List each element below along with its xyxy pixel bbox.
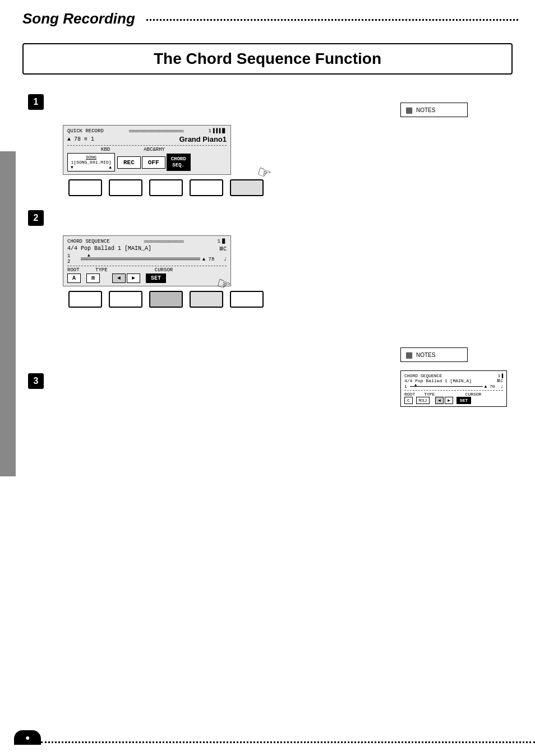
notes-box-1: ▦ NOTES [400, 103, 468, 117]
ss-style-row: 4/4 Pop Ballad 1 [MAIN_A] ⅢC [404, 378, 503, 383]
section-title-box: The Chord Sequence Function [22, 43, 513, 75]
step-1-section: 1 QUICK RECORD ≋≋≋≋≋≋≋≋≋≋≋≋≋≋≋≋≋≋≋≋≋≋ 1▐… [28, 91, 513, 196]
cs-root-val-btn[interactable]: A [67, 273, 81, 283]
ss-measure: ⅢC [497, 378, 503, 383]
cs-cursor-left-btn[interactable]: ◄ [112, 273, 126, 283]
ss-timeline-row: 1 ▲ ▲ 70 ♩ [404, 384, 503, 389]
cs-cursor-right-btn[interactable]: ► [127, 273, 140, 283]
main-content: 1 QUICK RECORD ≋≋≋≋≋≋≋≋≋≋≋≋≋≋≋≋≋≋≋≋≋≋ 1▐… [0, 86, 535, 432]
left-sidebar-decoration [0, 151, 16, 476]
step-1-main: QUICK RECORD ≋≋≋≋≋≋≋≋≋≋≋≋≋≋≋≋≋≋≋≋≋≋ 1▐▐▐… [63, 91, 382, 196]
qr-abc-label: ABC&RHY [144, 147, 165, 152]
step-1-number-container: 1 [28, 94, 56, 114]
qr-header-row: QUICK RECORD ≋≋≋≋≋≋≋≋≋≋≋≋≋≋≋≋≋≋≋≋≋≋ 1▐▐▐… [67, 128, 227, 134]
cs-type-val-btn[interactable]: m [86, 273, 100, 283]
notes-box-2: ▦ NOTES [400, 347, 468, 362]
step2-func-btn-1[interactable] [68, 291, 102, 308]
hand-cursor-icon: ☞ [254, 162, 274, 184]
cs-btn-labels: ROOT TYPE CURSOR [67, 267, 227, 273]
page-header: Song Recording [0, 0, 535, 33]
cs-measure-indicator: ⅢC [219, 245, 227, 252]
step-2-notes: ▦ NOTES [400, 347, 513, 362]
func-btn-5-active[interactable]: ☞ [230, 179, 264, 196]
chord-sequence-screen: CHORD SEQUENCE ≋≋≋≋≋≋≋≋≋≋≋≋≋≋≋≋ 1▐▌ 4/4 … [63, 235, 231, 286]
step-1-func-buttons: ☞ [68, 179, 382, 196]
func-btn-2[interactable] [109, 179, 142, 196]
step-1-screen-area: QUICK RECORD ≋≋≋≋≋≋≋≋≋≋≋≋≋≋≋≋≋≋≋≋≋≋ 1▐▐▐… [63, 125, 382, 196]
qr-labels-row: KBD ABC&RHY [101, 147, 227, 152]
ss-set-btn: SET [456, 397, 471, 404]
qr-song-label: SONG [71, 155, 112, 160]
cs-set-spacer [204, 267, 227, 273]
step-2-screen-area: CHORD SEQUENCE ≋≋≋≋≋≋≋≋≋≋≋≋≋≋≋≋ 1▐▌ 4/4 … [63, 235, 382, 308]
step-2-section: 2 CHORD SEQUENCE ≋≋≋≋≋≋≋≋≋≋≋≋≋≋≋≋ 1▐▌ 4/… [28, 207, 513, 362]
ss-cursor-right: ► [445, 397, 453, 404]
notes-icon-2: ▦ [405, 350, 413, 359]
page-title: Song Recording [22, 10, 135, 27]
cs-battery: 1▐▌ [218, 239, 227, 245]
func-btn-4[interactable] [190, 179, 223, 196]
qr-piano-name: Grand Piano1 [179, 135, 227, 143]
step2-func-btn-4-active[interactable]: ☞ [190, 291, 223, 308]
notes-icon-1: ▦ [405, 105, 413, 114]
step-3-chord-sequence-screen: CHORD SEQUENCE 1▐ 4/4 Pop Ballad 1 [MAIN… [400, 370, 507, 407]
step2-func-btn-5[interactable] [230, 291, 264, 308]
page-number-badge: ● [14, 730, 41, 745]
step-2-badge: 2 [28, 210, 44, 226]
qr-wavy: ≋≋≋≋≋≋≋≋≋≋≋≋≋≋≋≋≋≋≋≋≋≋ [129, 128, 183, 134]
ss-row1: 1 [404, 384, 409, 389]
cs-row-numbers: 1 2 [67, 253, 79, 265]
func-btn-3[interactable] [149, 179, 183, 196]
cs-divider [67, 266, 227, 266]
qr-song-arrows: ▼▲ [71, 165, 112, 170]
ss-type-lbl: TYPE [424, 392, 444, 397]
cs-line-1 [81, 258, 200, 258]
step-2-func-buttons: ☞ [68, 291, 382, 308]
quick-record-screen: QUICK RECORD ≋≋≋≋≋≋≋≋≋≋≋≋≋≋≋≋≋≋≋≋≋≋ 1▐▐▐… [63, 125, 231, 175]
qr-divider-line [67, 145, 227, 146]
header-dots-decoration [146, 19, 518, 21]
cs-header-row: CHORD SEQUENCE ≋≋≋≋≋≋≋≋≋≋≋≋≋≋≋≋ 1▐▌ [67, 239, 227, 245]
ss-tempo: ▲ 70 ♩ [484, 384, 503, 389]
cs-cursor-rows: 1 2 ▲ ▲ 78 ♩ [67, 253, 227, 265]
qr-off-button[interactable]: OFF [142, 156, 165, 169]
qr-mode-label: QUICK RECORD [67, 128, 104, 134]
qr-chord-seq-button[interactable]: CHORDSEQ. [167, 154, 191, 171]
cs-style-label: 4/4 Pop Ballad 1 [MAIN_A] [67, 245, 151, 252]
cs-root-label: ROOT [67, 267, 95, 273]
ss-cursor-left: ◄ [435, 397, 444, 404]
ss-value-row: C M3J ◄ ► SET [404, 397, 503, 404]
ss-root-lbl: ROOT [404, 392, 424, 397]
cs-timeline: ▲ [81, 257, 200, 261]
step-3-number-container: 3 [28, 373, 56, 393]
cs-set-btn[interactable]: SET [146, 273, 166, 283]
cs-cursor-marker: ▲ [87, 253, 90, 258]
qr-song-value: 1[SONG_001.MID] [71, 160, 112, 165]
cs-style-row: 4/4 Pop Ballad 1 [MAIN_A] ⅢC [67, 245, 227, 252]
qr-buttons-row: SONG 1[SONG_001.MID] ▼▲ REC OFF CHORDSEQ… [67, 153, 227, 171]
qr-kbd-label: KBD [101, 147, 110, 152]
notes-label-2: NOTES [416, 352, 435, 358]
ss-root-val: C [404, 397, 413, 404]
qr-row2: ▲ 78 ≡ 1 Grand Piano1 [67, 135, 227, 143]
ss-arrow: ▲ [414, 383, 417, 387]
ss-mode: CHORD SEQUENCE [404, 373, 442, 378]
qr-rec-button[interactable]: REC [117, 156, 141, 169]
notes-label-1: NOTES [416, 107, 435, 113]
section-title: The Chord Sequence Function [154, 50, 381, 67]
step2-func-btn-2[interactable] [109, 291, 142, 308]
ss-btn-labels: ROOT TYPE CURSOR [404, 392, 503, 397]
ss-cursor-lbl: CURSOR [444, 392, 503, 397]
bottom-dots-line [41, 741, 535, 743]
func-btn-1[interactable] [68, 179, 102, 196]
step-3-small-screen-area: CHORD SEQUENCE 1▐ 4/4 Pop Ballad 1 [MAIN… [400, 370, 513, 407]
qr-song-box: SONG 1[SONG_001.MID] ▼▲ [67, 153, 115, 171]
step-2-main: CHORD SEQUENCE ≋≋≋≋≋≋≋≋≋≋≋≋≋≋≋≋ 1▐▌ 4/4 … [63, 207, 382, 308]
cs-wavy: ≋≋≋≋≋≋≋≋≋≋≋≋≋≋≋≋ [144, 239, 183, 245]
step-2-number-container: 2 [28, 210, 56, 230]
ss-type-val: M3J [416, 397, 430, 404]
step-3-section: 3 CHORD SEQUENCE 1▐ 4/4 Pop Ballad 1 [MA… [28, 370, 513, 407]
bottom-navigation: ● [0, 730, 535, 745]
step2-func-btn-3-gray[interactable] [149, 291, 183, 308]
ss-header: CHORD SEQUENCE 1▐ [404, 373, 503, 378]
